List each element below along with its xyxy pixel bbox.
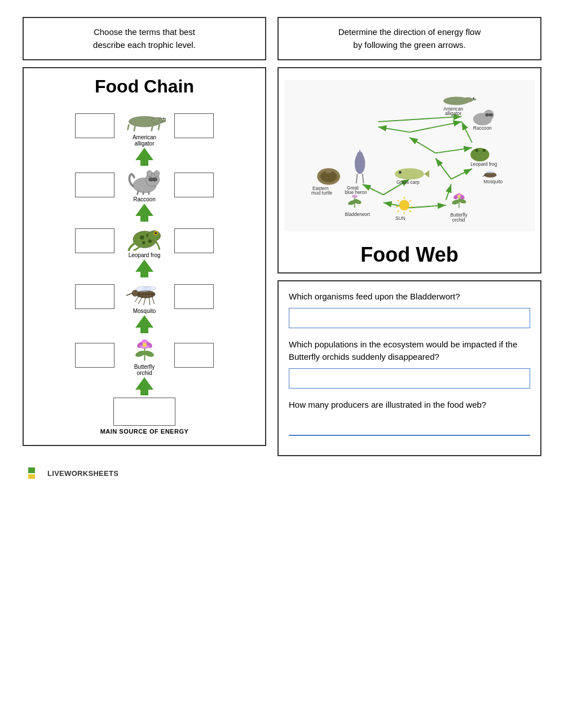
- arrow-2: [30, 204, 258, 222]
- svg-point-100: [486, 170, 495, 174]
- leopard-frog-image: [124, 223, 166, 251]
- svg-point-80: [357, 152, 363, 160]
- arrow-4: [30, 315, 258, 333]
- butterfly-orchid-row: Butterflyorchid: [30, 334, 258, 376]
- question-3-text: How many producers are illustrated in th…: [289, 399, 530, 412]
- leopard-frog-right-input[interactable]: [174, 228, 214, 253]
- food-web-title: Food Web: [284, 243, 535, 267]
- mosquito-left-input[interactable]: [75, 284, 114, 309]
- svg-rect-53: [284, 80, 535, 231]
- question-1-text: Which organisms feed upon the Bladderwor…: [289, 290, 530, 303]
- liveworksheets-logo: [28, 467, 44, 479]
- svg-point-124: [457, 195, 461, 198]
- leopard-frog-row: Leopard frog: [30, 223, 258, 258]
- svg-point-27: [155, 232, 157, 235]
- liveworksheets-brand: LIVEWORKSHEETS: [47, 469, 118, 478]
- svg-text:alligator: alligator: [445, 111, 461, 116]
- svg-line-42: [149, 297, 150, 305]
- alligator-left-input[interactable]: [75, 113, 114, 138]
- svg-point-16: [154, 170, 159, 177]
- svg-line-36: [126, 293, 132, 295]
- left-instruction-text: Choose the terms that best describe each…: [93, 27, 196, 50]
- main-source-label: MAIN SOURCE OF ENERGY: [100, 428, 189, 435]
- svg-point-35: [132, 290, 138, 296]
- svg-line-6: [134, 126, 135, 130]
- mosquito-right-input[interactable]: [174, 284, 214, 309]
- question-2-input[interactable]: [289, 368, 530, 389]
- food-chain-title: Food Chain: [30, 76, 258, 97]
- food-web-svg: American alligator Raccoon: [284, 74, 535, 237]
- raccoon-right-input[interactable]: [174, 173, 214, 197]
- leopard-frog-label: Leopard frog: [129, 252, 161, 258]
- food-web-diagram: American alligator Raccoon: [284, 74, 535, 240]
- left-instruction-line1: Choose the terms that best: [94, 27, 195, 37]
- alligator-image: [124, 105, 166, 133]
- svg-point-106: [352, 195, 357, 198]
- alligator-label: Americanalligator: [133, 134, 156, 147]
- svg-point-97: [399, 171, 402, 174]
- svg-point-92: [325, 169, 332, 173]
- svg-point-108: [399, 200, 410, 211]
- mosquito-animal: Mosquito: [119, 279, 170, 314]
- svg-text:orchid: orchid: [452, 217, 465, 223]
- arrow-3: [30, 259, 258, 277]
- svg-text:Bladderwort: Bladderwort: [345, 211, 370, 217]
- butterfly-orchid-label: Butterflyorchid: [134, 364, 155, 376]
- right-instruction-box: Determine the direction of energy flow b…: [277, 17, 541, 60]
- mosquito-label: Mosquito: [133, 308, 156, 314]
- svg-point-95: [395, 168, 424, 179]
- mosquito-row: Mosquito: [30, 279, 258, 314]
- food-web-box: American alligator Raccoon: [277, 67, 541, 273]
- butterfly-orchid-image: [124, 334, 166, 363]
- svg-point-88: [475, 149, 479, 152]
- arrow-5: [30, 377, 258, 395]
- question-2-block: Which populations in the ecosystem would…: [289, 338, 530, 389]
- question-3-block: How many producers are illustrated in th…: [289, 399, 530, 436]
- svg-point-14: [152, 177, 157, 182]
- svg-point-23: [142, 241, 145, 245]
- raccoon-left-input[interactable]: [75, 173, 114, 197]
- main-source-section: MAIN SOURCE OF ENERGY: [30, 398, 258, 435]
- svg-point-76: [485, 113, 489, 117]
- butterfly-orchid-right-input[interactable]: [174, 343, 214, 368]
- question-1-input[interactable]: [289, 308, 530, 328]
- liveworksheets-footer: LIVEWORKSHEETS: [23, 467, 118, 479]
- svg-point-86: [470, 148, 489, 161]
- raccoon-image: [124, 167, 166, 195]
- svg-point-71: [473, 98, 474, 99]
- left-column: Choose the terms that best describe each…: [23, 17, 266, 446]
- svg-point-15: [147, 170, 152, 177]
- question-3-input[interactable]: [289, 416, 530, 436]
- logo-green-block: [28, 467, 35, 473]
- svg-text:blue heron: blue heron: [345, 189, 367, 195]
- leopard-frog-left-input[interactable]: [75, 228, 114, 253]
- main-source-input[interactable]: [113, 398, 175, 426]
- svg-point-87: [483, 149, 486, 152]
- svg-line-5: [127, 125, 129, 129]
- mosquito-image: [124, 279, 166, 307]
- svg-point-52: [142, 343, 147, 347]
- svg-text:Leopard frog: Leopard frog: [470, 162, 497, 167]
- leopard-frog-animal: Leopard frog: [119, 223, 170, 258]
- alligator-row: Americanalligator: [30, 105, 258, 147]
- arrow-1: [30, 148, 258, 166]
- svg-line-40: [138, 297, 143, 304]
- svg-line-17: [137, 191, 138, 195]
- svg-line-7: [151, 126, 152, 130]
- svg-point-77: [489, 113, 493, 117]
- logo-yellow-block: [28, 474, 35, 479]
- alligator-right-input[interactable]: [174, 113, 214, 138]
- right-column: Determine the direction of energy flow b…: [277, 17, 541, 456]
- svg-text:Grass carp: Grass carp: [396, 179, 420, 185]
- svg-line-18: [143, 192, 143, 195]
- svg-line-43: [152, 297, 154, 304]
- questions-box: Which organisms feed upon the Bladderwor…: [277, 280, 541, 456]
- question-1-block: Which organisms feed upon the Bladderwor…: [289, 290, 530, 328]
- right-instruction-line2: by following the green arrows.: [353, 40, 465, 50]
- raccoon-label: Raccoon: [133, 196, 155, 202]
- main-layout: Choose the terms that best describe each…: [23, 17, 541, 456]
- butterfly-orchid-left-input[interactable]: [75, 343, 114, 368]
- butterfly-orchid-animal: Butterflyorchid: [119, 334, 170, 376]
- food-chain-box: Food Chain: [23, 67, 266, 446]
- svg-text:mud turtle: mud turtle: [311, 190, 332, 196]
